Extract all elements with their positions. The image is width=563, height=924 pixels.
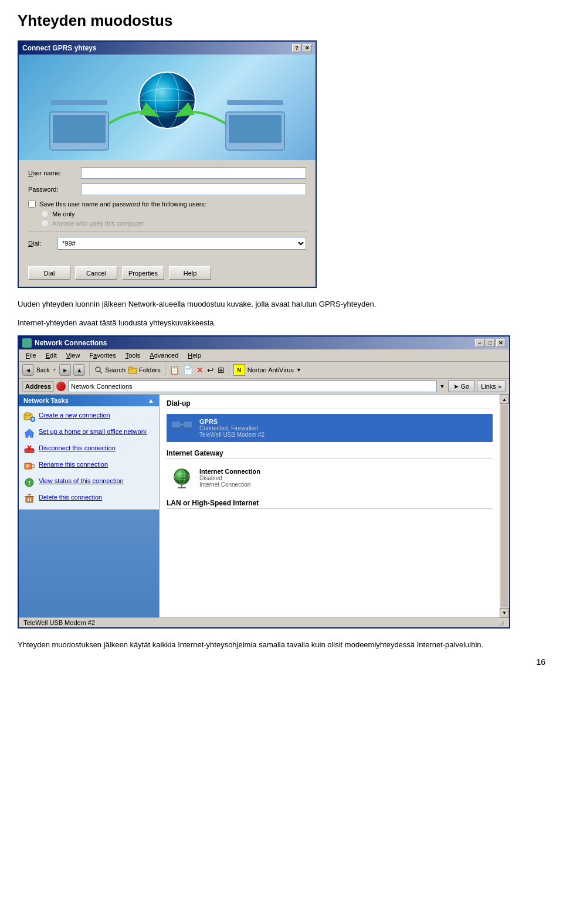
search-label: Search [105, 366, 126, 373]
scroll-down-button[interactable]: ▼ [500, 608, 509, 617]
nc-menu-bar: File Edit View Favorites Tools Advanced … [19, 349, 509, 362]
cancel-button[interactable]: Cancel [75, 266, 117, 280]
forward-button[interactable]: ► [59, 364, 71, 376]
svg-rect-36 [173, 428, 179, 430]
create-new-icon [23, 411, 35, 423]
nc-titlebar: Network Connections − □ ✕ [19, 337, 509, 349]
properties-button[interactable]: Properties [122, 266, 164, 280]
network-tasks-header: Network Tasks ▲ [19, 395, 159, 406]
nc-maximize-btn[interactable]: □ [486, 339, 495, 347]
password-row: Password: [28, 184, 306, 195]
up-button[interactable]: ▲ [73, 364, 85, 376]
address-dropdown-icon[interactable]: ▼ [439, 383, 445, 389]
gprs-connection-item[interactable]: GPRS Connected, Firewalled TeleWell USB … [167, 414, 493, 442]
sidebar-item-delete[interactable]: Delete this connection [19, 491, 159, 507]
svg-rect-8 [229, 115, 282, 143]
back-label: Back [36, 367, 49, 373]
close-button[interactable]: ✕ [303, 44, 312, 52]
internet-gateway-section: Internet Gateway [167, 449, 493, 492]
nc-titlebar-left: Network Connections [22, 338, 107, 348]
scroll-thumb[interactable] [501, 405, 508, 607]
inet-conn-status: Disabled [199, 475, 489, 481]
save-credentials-row: Save this user name and password for the… [28, 200, 306, 208]
dial-button[interactable]: Dial [28, 266, 70, 280]
norton-antivirus-area: N Norton AntiVirus ▼ [233, 364, 301, 376]
radio-group: Me only Anyone who uses this computer [41, 210, 306, 227]
help-button[interactable]: ? [292, 44, 301, 52]
username-row: User name: [28, 167, 306, 179]
delete-icon[interactable]: ✕ [196, 365, 204, 375]
help-dialog-button[interactable]: Help [169, 266, 211, 280]
view-status-icon-svg [23, 477, 35, 488]
internet-connection-item[interactable]: Internet Connection Disabled Internet Co… [167, 464, 493, 492]
nc-address-bar: Address ▼ ➤ Go Links » [19, 379, 509, 395]
radio-anyone[interactable] [41, 219, 49, 227]
menu-help[interactable]: Help [183, 351, 206, 360]
radio-anyone-row: Anyone who uses this computer [41, 219, 306, 227]
gprs-conn-info: GPRS Connected, Firewalled TeleWell USB … [199, 418, 489, 438]
dialog-form: User name: Password: Save this user name… [19, 160, 316, 261]
folders-icon [128, 365, 137, 375]
save-credentials-checkbox[interactable] [28, 200, 36, 208]
menu-edit[interactable]: Edit [41, 351, 62, 360]
menu-file[interactable]: File [21, 351, 41, 360]
gprs-conn-device: TeleWell USB Modem #2 [199, 432, 489, 438]
nc-minimize-btn[interactable]: − [475, 339, 484, 347]
menu-favorites[interactable]: Favorites [84, 351, 120, 360]
dialog-button-row: Dial Cancel Properties Help [19, 261, 316, 287]
menu-tools[interactable]: Tools [121, 351, 145, 360]
search-icon [94, 365, 103, 375]
nc-statusbar: TeleWell USB Modem #2 [19, 617, 509, 627]
sidebar-item-view-status[interactable]: View status of this connection [19, 474, 159, 491]
norton-label: Norton AntiVirus [247, 366, 294, 373]
back-button[interactable]: ◄ [22, 364, 34, 376]
internet-gateway-header: Internet Gateway [167, 449, 493, 459]
dialog-titlebar: Connect GPRS yhteys ? ✕ [19, 42, 316, 55]
body-text-2-content: Internet-yhteyden avaat tästä luodusta y… [18, 318, 216, 327]
username-input[interactable] [81, 167, 306, 179]
password-input[interactable] [81, 184, 306, 195]
svg-rect-2 [51, 100, 107, 105]
nc-toolbar: ◄ Back ▼ ► ▲ Search Folders 📋 📄 ✕ [19, 362, 509, 379]
address-input[interactable] [68, 381, 437, 392]
go-button[interactable]: ➤ Go [448, 381, 474, 392]
scroll-up-button[interactable]: ▲ [500, 395, 509, 404]
dialog-body: User name: Password: Save this user name… [19, 55, 316, 287]
sidebar-item-rename[interactable]: Rename this connection [19, 458, 159, 474]
separator [28, 232, 306, 232]
menu-advanced[interactable]: Advanced [145, 351, 183, 360]
dial-select[interactable]: *99# [57, 237, 306, 250]
inet-icon-svg [170, 466, 194, 490]
svg-line-11 [100, 371, 102, 373]
sidebar-item-home-office[interactable]: Set up a home or small office network [19, 425, 159, 441]
main-scrollbar: ▲ ▼ [500, 395, 509, 617]
menu-view[interactable]: View [62, 351, 85, 360]
svg-point-10 [96, 367, 100, 372]
svg-rect-30 [26, 497, 33, 502]
radio-me-only-row: Me only [41, 210, 306, 218]
svg-rect-1 [53, 115, 106, 143]
sidebar-item-disconnect[interactable]: Disconnect this connection [19, 441, 159, 458]
view-icon[interactable]: ⊞ [218, 365, 225, 375]
dialog-title: Connect GPRS yhteys [22, 44, 97, 52]
nc-close-btn[interactable]: ✕ [496, 339, 506, 347]
copy-icon[interactable]: 📋 [169, 365, 179, 375]
radio-me-only[interactable] [41, 210, 49, 218]
search-button[interactable]: Search [94, 365, 126, 375]
back-dropdown[interactable]: ▼ [52, 367, 57, 373]
address-label-text: Address [22, 381, 54, 392]
resize-handle-icon[interactable] [497, 619, 504, 626]
nc-sidebar: Network Tasks ▲ [19, 395, 160, 617]
folders-button[interactable]: Folders [128, 365, 161, 375]
username-label: User name: [28, 169, 81, 176]
toolbar-sep-1 [89, 364, 90, 376]
sidebar-item-create-new[interactable]: Create a new connection [19, 409, 159, 425]
inet-conn-icon [170, 466, 194, 490]
page-number: 16 [18, 657, 545, 667]
delete-conn-icon [23, 493, 35, 505]
paste-icon[interactable]: 📄 [183, 365, 193, 375]
norton-dropdown[interactable]: ▼ [296, 367, 301, 373]
links-button[interactable]: Links » [477, 381, 506, 392]
page-title: Yhteyden muodostus [18, 12, 545, 30]
undo-icon[interactable]: ↩ [207, 365, 214, 375]
